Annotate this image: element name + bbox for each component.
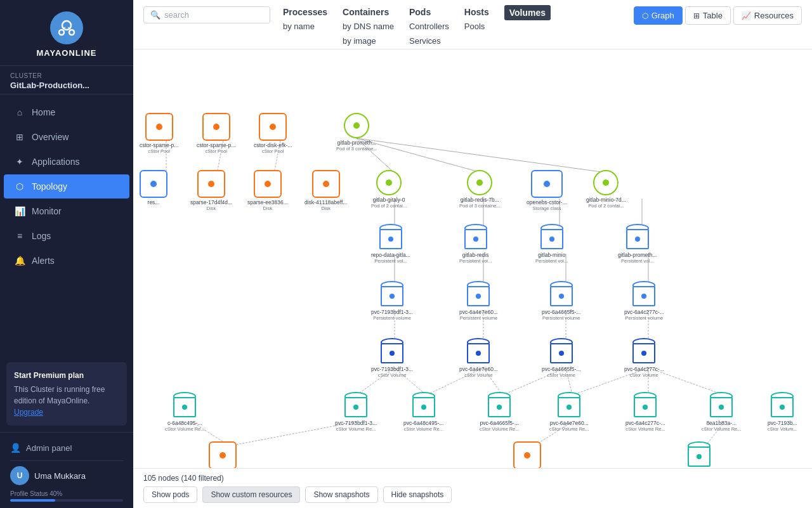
node-gitlab-prom-pv[interactable]: gitlab-prometh... Persistent vol... — [618, 224, 657, 264]
hide-snapshots-button[interactable]: Hide snapshots — [383, 486, 452, 503]
node-pvc-8ea1b83a[interactable]: pvc-8ea1b83a-... cStor Volume Re... — [679, 441, 719, 468]
table-view-button[interactable]: ⊞ Table — [685, 6, 731, 25]
node-replica-8ea1[interactable]: 8ea1b83a-... cStor Volume Re... — [702, 392, 742, 432]
user-name: Uma Mukkara — [34, 471, 86, 481]
node-gitlab-redis-pv[interactable]: gitlab-redis Persistent vol... — [459, 224, 492, 264]
node-replica-6a48-2[interactable]: pvc-6a48c495-... cStor Volume Re... — [403, 392, 443, 432]
node-cstor-sparse1[interactable]: cstor-sparse-p... cStor Pool — [140, 113, 178, 154]
search-box[interactable]: 🔍 search — [143, 6, 270, 23]
node-gitlab-redis-7b[interactable]: gitlab-redis-7b... Pod of 3 containe... — [459, 170, 501, 209]
node-sparse-17d[interactable]: sparse-17d4f4d... Disk — [190, 170, 232, 211]
cluster-name: GitLab-Production... — [10, 81, 123, 90]
graph-btn-label: Graph — [652, 11, 674, 20]
svg-point-2 — [69, 30, 74, 35]
node-gitlab-minio-pv[interactable]: gitlab-minio Persistent vol... — [535, 224, 568, 264]
node-res[interactable]: res... — [140, 170, 167, 205]
node-pvc-6a4e-cstor[interactable]: pvc-6a4e7e60... cStor Volume — [459, 338, 498, 378]
pods-controllers[interactable]: Controllers — [409, 20, 449, 34]
node-replica-6a48[interactable]: c-6a48c495-... cStor Volume Re... — [165, 392, 205, 432]
sidebar-item-topology-label: Topology — [32, 181, 67, 192]
overview-icon: ⊞ — [14, 131, 25, 143]
search-placeholder: search — [164, 10, 189, 20]
monitor-icon: 📊 — [14, 205, 25, 217]
logo-icon — [50, 11, 83, 44]
processes-col: Processes by name — [283, 5, 327, 34]
node-repo-data[interactable]: repo-data-gitla... Persistent vol... — [371, 224, 410, 264]
node-pvc-6a4c-r4[interactable]: pvc-6a4c277c-... Persistent volume — [624, 281, 664, 321]
pods-services[interactable]: Services — [409, 34, 449, 49]
admin-icon: 👤 — [10, 443, 21, 453]
node-pvc-6a46-cstor[interactable]: pvc-6a4665f5-... cStor Volume — [542, 338, 580, 378]
graph-view-button[interactable]: ⬡ Graph — [634, 6, 683, 25]
node-gitlab-minio-7d[interactable]: gitlab-minio-7d... Pod of 2 contai... — [586, 170, 626, 209]
graph-canvas: cstor-sparse-p... cStor Pool cstor-spars… — [133, 49, 812, 468]
node-sparse-ee3[interactable]: sparse-ee3836... Disk — [247, 170, 288, 211]
graph-btn-icon: ⬡ — [642, 11, 648, 20]
sidebar-item-overview[interactable]: ⊞ Overview — [4, 125, 129, 149]
sidebar-item-alerts[interactable]: 🔔 Alerts — [4, 249, 129, 273]
containers-dns[interactable]: by DNS name — [343, 20, 394, 34]
sidebar-item-monitor[interactable]: 📊 Monitor — [4, 199, 129, 223]
resources-btn-icon: 📈 — [742, 11, 751, 20]
sidebar-item-logs-label: Logs — [32, 231, 51, 241]
node-pvc-7193-r4[interactable]: pvc-7193bdf1-3... Persistent volume — [371, 281, 413, 321]
profile-progress-fill — [10, 499, 55, 502]
sidebar: MAYAONLINE Cluster GitLab-Production... … — [0, 0, 133, 508]
node-replica-6a46[interactable]: pvc-6a4665f5-... cStor Volume Re... — [480, 392, 520, 432]
node-gitlab-prom1[interactable]: gitlab-prometh... Pod of 3 containe... — [336, 113, 377, 152]
bottom-bar: 105 nodes (140 filtered) Show pods Show … — [133, 468, 812, 508]
svg-point-1 — [59, 30, 64, 35]
topology-nav-menu: Processes by name Containers by DNS name… — [283, 5, 634, 49]
node-disk-41118[interactable]: disk-41118abeff... Disk — [304, 170, 347, 211]
sidebar-item-home[interactable]: ⌂ Home — [4, 100, 129, 124]
node-cstor-disk-gitla2[interactable]: cstor-disk-gitla... cStor Pool — [508, 441, 547, 468]
show-snapshots-button[interactable]: Show snapshots — [305, 486, 377, 503]
node-cstor-sparse2[interactable]: cstor-sparse-p... cStor Pool — [197, 113, 235, 154]
node-pvc-7193-cstor[interactable]: pvc-7193bdf1-3... cStor Volume — [371, 338, 413, 378]
cluster-info: Cluster GitLab-Production... — [0, 66, 133, 94]
sidebar-item-overview-label: Overview — [32, 132, 69, 142]
applications-icon: ✦ — [14, 156, 25, 167]
node-openebs-cstor[interactable]: openebs-cstor-... Storage class — [527, 170, 567, 211]
node-cstor-disk-efk[interactable]: cstor-disk-efk-... cStor Pool — [254, 113, 292, 154]
hosts-top[interactable]: Hosts — [464, 5, 489, 20]
resources-btn-label: Resources — [754, 11, 794, 20]
containers-top[interactable]: Containers — [343, 5, 394, 20]
volumes-top[interactable]: Volumes — [504, 5, 551, 20]
main-content: 🔍 search Processes by name Containers by… — [133, 0, 812, 508]
search-icon: 🔍 — [150, 10, 160, 20]
sidebar-item-logs[interactable]: ≡ Logs — [4, 224, 129, 248]
graph-area[interactable]: cstor-sparse-p... cStor Pool cstor-spars… — [133, 49, 812, 468]
home-icon: ⌂ — [14, 107, 25, 118]
node-replica-6a4e[interactable]: pvc-6a4e7e60... cStor Volume Re... — [549, 392, 589, 432]
show-custom-resources-button[interactable]: Show custom resources — [202, 486, 300, 503]
show-pods-button[interactable]: Show pods — [143, 486, 197, 503]
node-replica-7193[interactable]: pvc-7193bdf1-3... cStor Volume Re... — [335, 392, 377, 432]
sidebar-item-applications[interactable]: ✦ Applications — [4, 150, 129, 174]
sidebar-item-topology[interactable]: ⬡ Topology — [4, 174, 129, 199]
node-pvc-6a46-r4[interactable]: pvc-6a4665f5-... Persistent volume — [542, 281, 580, 321]
node-pvc-6a4c-cstor[interactable]: pvc-6a4c277c-... cStor Volume — [624, 338, 664, 378]
containers-col: Containers by DNS name by image — [343, 5, 394, 49]
processes-top[interactable]: Processes — [283, 5, 327, 20]
containers-image[interactable]: by image — [343, 34, 394, 49]
sidebar-item-applications-label: Applications — [32, 157, 80, 167]
topology-icon: ⬡ — [14, 181, 25, 192]
node-cstor-disk-gitla1[interactable]: cstor-disk-gitla... cStor Pool — [203, 441, 242, 468]
node-pvc-6a4e-r4[interactable]: pvc-6a4e7e60... Persistent volume — [459, 281, 498, 321]
view-buttons: ⬡ Graph ⊞ Table 📈 Resources — [634, 6, 802, 25]
node-replica-7193-2[interactable]: pvc-7193b... cStor Volum... — [768, 392, 797, 432]
topbar: 🔍 search Processes by name Containers by… — [133, 0, 812, 49]
cluster-label: Cluster — [10, 72, 123, 79]
node-gitlab-gitaly[interactable]: gitlab-gitaly-0 Pod of 2 contai... — [371, 170, 407, 209]
pods-top[interactable]: Pods — [409, 5, 449, 20]
admin-panel-item[interactable]: 👤 Admin panel — [10, 439, 123, 457]
node-replica-6a4c[interactable]: pvc-6a4c277c-... cStor Volume Re... — [625, 392, 665, 432]
hosts-col: Hosts Pools — [464, 5, 489, 34]
pods-col: Pods Controllers Services — [409, 5, 449, 49]
resources-view-button[interactable]: 📈 Resources — [733, 6, 802, 25]
upgrade-link[interactable]: Upgrade — [14, 408, 43, 417]
processes-byname[interactable]: by name — [283, 20, 327, 34]
hosts-pools[interactable]: Pools — [464, 20, 489, 34]
bottom-buttons: Show pods Show custom resources Show sna… — [143, 486, 802, 503]
